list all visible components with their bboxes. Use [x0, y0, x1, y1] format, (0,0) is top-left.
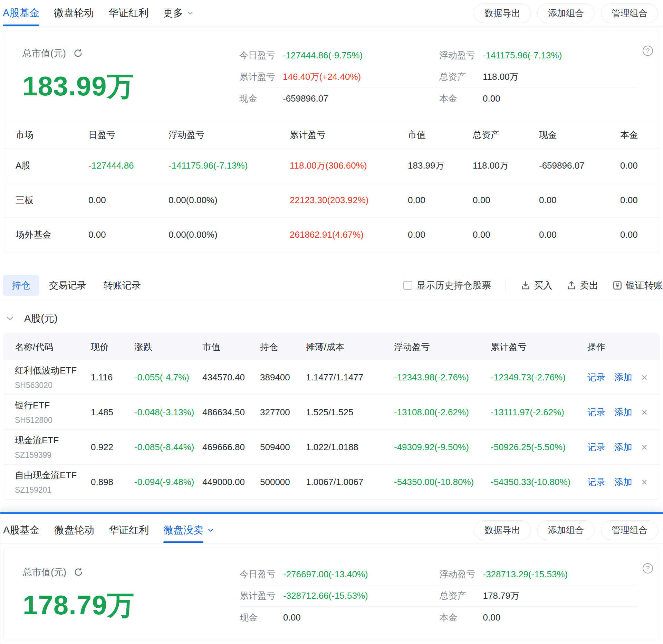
add-link[interactable]: 添加 — [614, 476, 632, 488]
col-principal: 本金 — [620, 129, 647, 141]
close-icon[interactable]: × — [641, 442, 647, 453]
col-name-code: 名称/代码 — [15, 341, 91, 353]
cell-price: 1.485 — [91, 407, 134, 418]
col-day-pl: 日盈亏 — [88, 129, 169, 141]
top-summary-card: ? 总市值(元) 183.99万 今日盈亏 — [3, 30, 660, 252]
chevron-down-icon — [186, 9, 194, 17]
cell-cumulative-pl: -50926.25(-5.50%) — [491, 442, 587, 453]
bottom-portfolio-tabbar: A股基金 微盘轮动 华证红利 微盘没卖 数据导出 添加组合 管理组合 — [0, 514, 663, 543]
close-icon[interactable]: × — [641, 477, 647, 487]
group-title: A股(元) — [24, 312, 58, 325]
add-link[interactable]: 添加 — [614, 406, 632, 418]
security-name-cell[interactable]: 现金流ETF SZ159399 — [15, 434, 91, 460]
positions-tools: 显示历史持仓股票 买入 — [403, 279, 663, 292]
add-portfolio-button[interactable]: 添加组合 — [537, 3, 595, 23]
stat-value: -141175.96(-7.13%) — [483, 50, 562, 61]
tab-a-share-funds[interactable]: A股基金 — [3, 0, 39, 26]
tab-trade-records[interactable]: 交易记录 — [49, 275, 86, 296]
svg-text:¥: ¥ — [615, 282, 619, 288]
record-link[interactable]: 记录 — [587, 371, 605, 383]
upload-icon — [566, 280, 577, 291]
cell-total-asset: 0.00 — [473, 229, 539, 240]
buy-label: 买入 — [534, 279, 552, 292]
add-link[interactable]: 添加 — [614, 441, 632, 453]
cell-market-value: 0.00 — [408, 195, 473, 206]
record-link[interactable]: 记录 — [587, 406, 605, 418]
tab-a-share-funds[interactable]: A股基金 — [3, 517, 40, 543]
bottom-portfolio-panel: A股基金 微盘轮动 华证红利 微盘没卖 数据导出 添加组合 管理组合 — [0, 512, 663, 644]
cash-stat: 现金 -659896.07 — [239, 93, 439, 105]
total-asset-stat: 总资产 178.79万 — [440, 590, 640, 602]
cell-day-pl: 0.00 — [88, 195, 169, 206]
security-name-cell[interactable]: 自由现金流ETF SZ159201 — [15, 469, 91, 495]
market-summary-table: 市场 日盈亏 浮动盈亏 累计盈亏 市值 总资产 现金 本金 A股 -127444… — [3, 121, 660, 252]
col-change: 涨跌 — [134, 341, 202, 353]
help-icon[interactable]: ? — [643, 46, 653, 56]
tab-huazheng-dividend[interactable]: 华证红利 — [109, 517, 149, 543]
show-history-checkbox[interactable] — [403, 281, 412, 290]
stat-value: -328713.29(-15.53%) — [483, 569, 568, 580]
refresh-icon[interactable] — [73, 48, 83, 58]
stat-value: -659896.07 — [283, 93, 328, 104]
export-data-button[interactable]: 数据导出 — [474, 3, 531, 23]
tab-label: A股基金 — [3, 517, 40, 543]
buy-button[interactable]: 买入 — [520, 279, 552, 292]
table-row: 自由现金流ETF SZ159201 0.898 -0.094(-9.48%) 4… — [3, 464, 660, 499]
total-market-value-label: 总市值(元) — [22, 47, 66, 59]
manage-portfolio-button[interactable]: 管理组合 — [601, 520, 658, 540]
tab-label: A股基金 — [3, 0, 39, 26]
cell-cumulative-pl: 261862.91(4.67%) — [290, 229, 408, 240]
tab-more[interactable]: 更多 — [163, 0, 194, 26]
top-summary-grid: 今日盈亏 -127444.86(-9.75%) 浮动盈亏 -141175.96(… — [239, 45, 639, 109]
help-icon[interactable]: ? — [643, 563, 653, 574]
vertical-divider — [506, 279, 506, 292]
col-cost: 摊薄/成本 — [306, 341, 394, 353]
cell-cumulative-pl: 118.00万(306.60%) — [290, 160, 408, 172]
cell-principal: 0.00 — [620, 195, 647, 206]
stat-value: 146.40万(+24.40%) — [283, 71, 361, 83]
add-portfolio-button[interactable]: 添加组合 — [537, 520, 595, 540]
total-market-value-block: 总市值(元) 178.79万 — [23, 566, 240, 628]
export-data-button[interactable]: 数据导出 — [474, 520, 531, 540]
security-code: SH512800 — [15, 416, 91, 425]
tab-microcap-unsold[interactable]: 微盘没卖 — [163, 517, 214, 543]
add-link[interactable]: 添加 — [614, 371, 632, 383]
security-name-cell[interactable]: 红利低波动ETF SH563020 — [15, 364, 91, 390]
col-total-asset: 总资产 — [473, 129, 539, 141]
stat-value: -127444.86(-9.75%) — [283, 50, 363, 61]
stat-value: 0.00 — [283, 612, 301, 623]
cell-change: -0.055(-4.7%) — [134, 372, 202, 383]
close-icon[interactable]: × — [641, 407, 647, 418]
record-link[interactable]: 记录 — [587, 476, 605, 488]
tab-positions[interactable]: 持仓 — [3, 275, 39, 296]
tab-microcap-rotation[interactable]: 微盘轮动 — [54, 517, 94, 543]
tab-transfer-records[interactable]: 转账记录 — [104, 275, 141, 296]
cell-market: 三板 — [16, 194, 88, 206]
manage-portfolio-button[interactable]: 管理组合 — [601, 3, 658, 23]
total-market-value-block: 总市值(元) 183.99万 — [22, 47, 239, 109]
col-floating-pl: 浮动盈亏 — [169, 129, 290, 141]
security-name: 自由现金流ETF — [15, 469, 91, 481]
security-name-cell[interactable]: 银行ETF SH512800 — [15, 399, 91, 425]
tab-label: 微盘没卖 — [163, 517, 203, 543]
sell-button[interactable]: 卖出 — [566, 279, 598, 292]
tab-label: 华证红利 — [109, 517, 149, 543]
holdings-table-header: 名称/代码 现价 涨跌 市值 持仓 摊薄/成本 浮动盈亏 累计盈亏 操作 — [3, 334, 660, 360]
close-icon[interactable]: × — [641, 372, 647, 383]
total-market-value: 178.79万 — [23, 587, 240, 624]
cell-market-value: 486634.50 — [202, 407, 260, 418]
stat-label: 现金 — [239, 93, 283, 105]
tab-microcap-rotation[interactable]: 微盘轮动 — [54, 0, 94, 26]
cell-cash: 0.00 — [539, 195, 620, 206]
top-action-buttons: 数据导出 添加组合 管理组合 — [474, 3, 658, 23]
cell-market: 场外基金 — [16, 229, 88, 241]
record-link[interactable]: 记录 — [587, 441, 605, 453]
stat-label: 今日盈亏 — [240, 568, 283, 580]
col-market-value: 市值 — [408, 129, 473, 141]
cell-price: 0.898 — [91, 477, 134, 487]
bank-transfer-button[interactable]: ¥ 银证转账 — [612, 279, 663, 292]
refresh-icon[interactable] — [73, 567, 84, 577]
security-name: 红利低波动ETF — [15, 364, 91, 377]
tab-huazheng-dividend[interactable]: 华证红利 — [108, 0, 148, 26]
a-share-group-header[interactable]: A股(元) — [0, 301, 663, 334]
